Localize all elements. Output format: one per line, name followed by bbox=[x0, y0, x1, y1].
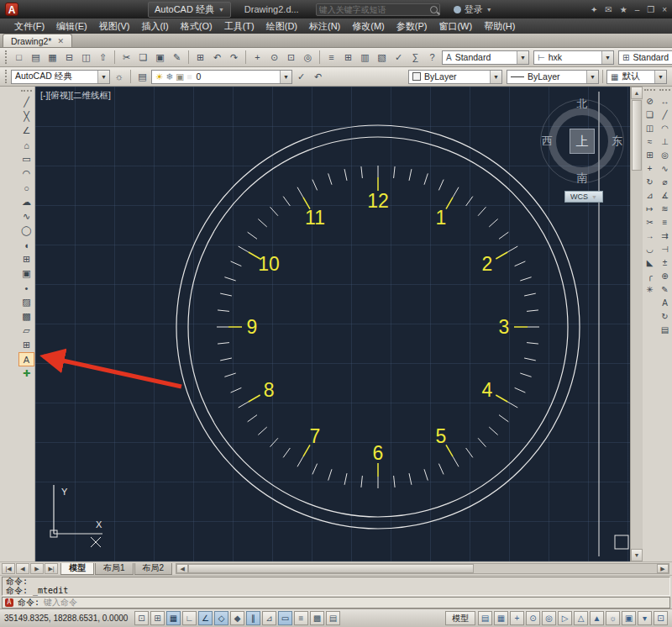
region-icon[interactable]: ▱ bbox=[18, 324, 34, 338]
compass-top-face[interactable]: 上 bbox=[570, 129, 595, 154]
restore-icon[interactable]: ❐ bbox=[647, 5, 654, 14]
quick-view-layouts-icon[interactable]: ▤ bbox=[478, 611, 492, 625]
center-mark-icon[interactable]: ⊕ bbox=[659, 269, 672, 282]
rectangle-icon[interactable]: ▭ bbox=[18, 152, 34, 166]
model-space-button[interactable]: 模型 bbox=[445, 611, 475, 625]
communication-center-icon[interactable]: ✉ bbox=[605, 5, 612, 14]
dim-update-icon[interactable]: ↻ bbox=[659, 309, 672, 323]
zoom-tool-icon[interactable]: ⊙ bbox=[526, 611, 540, 625]
chevron-down-icon[interactable]: ▼ bbox=[654, 71, 666, 83]
command-input-placeholder[interactable]: 键入命令 bbox=[44, 597, 77, 609]
menu-item-9[interactable]: 参数(P) bbox=[391, 19, 433, 34]
chevron-down-icon[interactable]: ▼ bbox=[586, 71, 598, 83]
create-block-icon[interactable]: ▣ bbox=[18, 266, 34, 281]
block-editor-icon[interactable]: ⊞ bbox=[192, 50, 208, 66]
plot-preview-icon[interactable]: ◫ bbox=[78, 50, 94, 66]
drawing-canvas[interactable]: [-][俯视][二维线框] 121234567891011YX 北 南 西 东 … bbox=[35, 87, 630, 561]
chevron-down-icon[interactable]: ▼ bbox=[601, 51, 613, 64]
workspace-settings-icon[interactable]: ☼ bbox=[111, 69, 127, 85]
new-icon[interactable]: □ bbox=[11, 50, 27, 66]
menu-item-8[interactable]: 修改(M) bbox=[346, 19, 391, 34]
circle-icon[interactable]: ○ bbox=[18, 181, 34, 195]
lineweight-icon[interactable]: ≡ bbox=[294, 611, 308, 625]
help-icon[interactable]: ? bbox=[424, 50, 440, 66]
insert-block-icon[interactable]: ⊞ bbox=[18, 252, 34, 266]
angular-dim-icon[interactable]: ∡ bbox=[659, 188, 672, 202]
ortho-mode-icon[interactable]: ∟ bbox=[182, 611, 197, 625]
vertical-scrollbar[interactable]: ▲ ▼ bbox=[630, 87, 643, 561]
ellipse-icon[interactable]: ◯ bbox=[18, 224, 34, 238]
undo-icon[interactable]: ↶ bbox=[209, 50, 225, 66]
explode-icon[interactable]: ✳ bbox=[643, 282, 657, 296]
snap-mode-icon[interactable]: ⊞ bbox=[150, 611, 165, 625]
mtext-icon[interactable]: A bbox=[18, 352, 34, 366]
layout-tab-2[interactable]: 布局2 bbox=[134, 563, 173, 575]
make-current-icon[interactable]: ✓ bbox=[293, 69, 309, 85]
chevron-down-icon[interactable]: ▼ bbox=[517, 51, 528, 64]
toolbar-grip[interactable] bbox=[21, 90, 32, 93]
layer-properties-icon[interactable]: ▤ bbox=[134, 69, 150, 85]
quick-view-drawings-icon[interactable]: ▦ bbox=[494, 611, 508, 625]
vertical-scroll-thumb[interactable] bbox=[632, 100, 642, 171]
dynamic-input-icon[interactable]: ▭ bbox=[278, 611, 292, 625]
menu-item-0[interactable]: 文件(F) bbox=[8, 19, 50, 34]
viewport-controls-label[interactable]: [-][俯视][二维线框] bbox=[40, 90, 111, 102]
pan-icon[interactable]: + bbox=[249, 50, 265, 66]
minimize-icon[interactable]: – bbox=[635, 5, 640, 14]
layer-combo[interactable]: ☀❄▣■ 0 ▼ bbox=[151, 70, 292, 84]
favorites-icon[interactable]: ★ bbox=[620, 5, 627, 14]
steering-wheel-icon[interactable]: ◎ bbox=[542, 611, 556, 625]
fillet-icon[interactable]: ╭ bbox=[643, 269, 657, 282]
annotation-visibility-icon[interactable]: ▲ bbox=[590, 611, 604, 625]
redo-icon[interactable]: ↷ bbox=[226, 50, 242, 66]
color-combo[interactable]: ByLayer ▼ bbox=[408, 70, 502, 84]
menu-item-11[interactable]: 帮助(H) bbox=[478, 19, 521, 34]
spline-icon[interactable]: ∿ bbox=[18, 209, 34, 224]
arc-length-dim-icon[interactable]: ◠ bbox=[659, 121, 672, 134]
menu-item-3[interactable]: 插入(I) bbox=[135, 19, 174, 34]
copy-icon[interactable]: ❏ bbox=[135, 50, 151, 66]
workspace-switching-icon[interactable]: ☼ bbox=[606, 611, 620, 625]
point-icon[interactable]: • bbox=[18, 281, 34, 295]
table-icon[interactable]: ⊞ bbox=[18, 338, 34, 352]
workspace-combo[interactable]: AutoCAD 经典 ▼ bbox=[11, 70, 110, 84]
line-icon[interactable]: ╱ bbox=[18, 95, 34, 109]
markup-manager-icon[interactable]: ✓ bbox=[391, 50, 407, 66]
command-input-row[interactable]: A 命令: 键入命令 bbox=[2, 597, 670, 609]
navigation-compass[interactable]: 北 南 西 东 上 bbox=[536, 95, 628, 187]
zoom-realtime-icon[interactable]: ⊙ bbox=[266, 50, 282, 66]
search-input[interactable] bbox=[319, 5, 430, 14]
object-snap-tracking-icon[interactable]: ∥ bbox=[246, 611, 260, 625]
toolbar-grip[interactable] bbox=[644, 89, 655, 92]
scroll-down-icon[interactable]: ▼ bbox=[631, 549, 643, 561]
paste-icon[interactable]: ▣ bbox=[152, 50, 168, 66]
diameter-dim-icon[interactable]: ⌀ bbox=[659, 175, 672, 188]
exchange-apps-icon[interactable]: ✦ bbox=[591, 5, 597, 14]
quick-calc-icon[interactable]: ∑ bbox=[407, 50, 423, 66]
sign-in-button[interactable]: 登录 ▼ bbox=[454, 3, 492, 16]
layout-tab-0[interactable]: 模型 bbox=[60, 563, 94, 575]
scroll-right-icon[interactable]: ▶ bbox=[657, 564, 669, 573]
coordinates-readout[interactable]: 35149.8325, 18288.6531, 0.0000 bbox=[4, 614, 132, 623]
compass-west-label[interactable]: 西 bbox=[542, 134, 553, 149]
tolerance-icon[interactable]: ± bbox=[659, 256, 672, 269]
close-icon[interactable]: ✕ bbox=[57, 37, 64, 45]
revision-cloud-icon[interactable]: ☁ bbox=[18, 195, 34, 209]
continue-dim-icon[interactable]: ⇉ bbox=[659, 229, 672, 242]
annotation-scale-icon[interactable]: △ bbox=[574, 611, 588, 625]
dim-text-edit-icon[interactable]: A bbox=[659, 296, 672, 309]
arc-icon[interactable]: ◠ bbox=[18, 166, 34, 181]
compass-east-label[interactable]: 东 bbox=[612, 134, 622, 149]
save-icon[interactable]: ▦ bbox=[45, 50, 60, 66]
object-snap-3d-icon[interactable]: ◆ bbox=[230, 611, 244, 625]
add-selected-icon[interactable]: ✚ bbox=[18, 366, 34, 381]
menu-item-7[interactable]: 标注(N) bbox=[303, 19, 346, 34]
dim-style-combo[interactable]: ⊢ hxk ▼ bbox=[533, 50, 614, 65]
clean-screen-icon[interactable]: ⊡ bbox=[654, 611, 668, 625]
wcs-selector[interactable]: WCS ▼ bbox=[564, 191, 603, 203]
break-icon[interactable]: ◡ bbox=[643, 242, 657, 256]
pan-tool-icon[interactable]: + bbox=[510, 611, 524, 625]
quick-dim-icon[interactable]: ≋ bbox=[659, 202, 672, 215]
dim-break-icon[interactable]: ⊣ bbox=[659, 242, 672, 256]
jogged-dim-icon[interactable]: ∿ bbox=[659, 161, 672, 175]
